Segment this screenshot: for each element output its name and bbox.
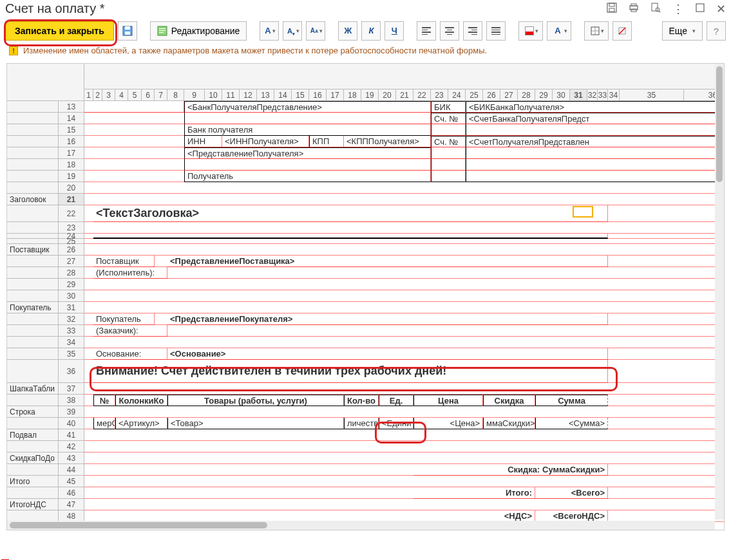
svg-rect-6 — [652, 3, 658, 11]
italic-button[interactable]: К — [361, 21, 381, 41]
help-button[interactable]: ? — [707, 21, 726, 41]
save-button[interactable] — [118, 21, 137, 41]
border-button[interactable]: ▾ — [584, 21, 609, 41]
svg-rect-16 — [159, 32, 164, 33]
preview-icon[interactable] — [650, 3, 661, 15]
save-close-button[interactable]: Записать и закрыть — [5, 21, 114, 41]
font-name-button[interactable]: А▾▾ — [283, 21, 302, 41]
clear-format-button[interactable] — [612, 21, 632, 41]
more-button[interactable]: Еще▾ — [662, 21, 703, 41]
warning-text: Изменение имен областей, а также парамет… — [23, 46, 487, 55]
align-left-button[interactable] — [417, 21, 436, 41]
scrollbar-vertical[interactable] — [715, 64, 724, 519]
svg-line-21 — [619, 28, 625, 34]
svg-line-8 — [659, 11, 660, 12]
svg-rect-15 — [159, 30, 166, 31]
page-title: Счет на оплату * — [5, 1, 105, 16]
bg-color-button[interactable]: ▾ — [518, 21, 543, 41]
svg-rect-0 — [607, 3, 616, 12]
edit-button[interactable]: Редактирование — [150, 21, 247, 41]
bold-button[interactable]: Ж — [338, 21, 357, 41]
font-size-button[interactable]: АА▾ — [306, 21, 325, 41]
svg-rect-12 — [125, 32, 130, 35]
close-icon[interactable]: ✕ — [716, 2, 726, 16]
print-icon[interactable] — [629, 3, 639, 15]
restore-icon[interactable] — [696, 3, 705, 15]
svg-rect-4 — [631, 4, 636, 6]
align-center-button[interactable] — [440, 21, 459, 41]
underline-button[interactable]: Ч — [384, 21, 404, 41]
align-justify-button[interactable] — [486, 21, 506, 41]
text-color-button[interactable]: А▾ — [547, 21, 571, 41]
more-dots-icon[interactable]: ⋮ — [672, 2, 684, 16]
svg-rect-2 — [609, 8, 614, 12]
spreadsheet[interactable]: 1234567891011121314151617181920212223242… — [6, 63, 725, 530]
scrollbar-horizontal[interactable] — [7, 521, 715, 530]
warning-icon: ! — [9, 46, 18, 55]
font-color-button[interactable]: А▾ — [260, 21, 279, 41]
svg-rect-14 — [159, 28, 166, 29]
svg-rect-9 — [696, 4, 704, 12]
svg-rect-11 — [125, 26, 130, 30]
svg-rect-1 — [609, 3, 614, 6]
save-floppy-icon[interactable] — [607, 3, 617, 15]
align-right-button[interactable] — [463, 21, 482, 41]
